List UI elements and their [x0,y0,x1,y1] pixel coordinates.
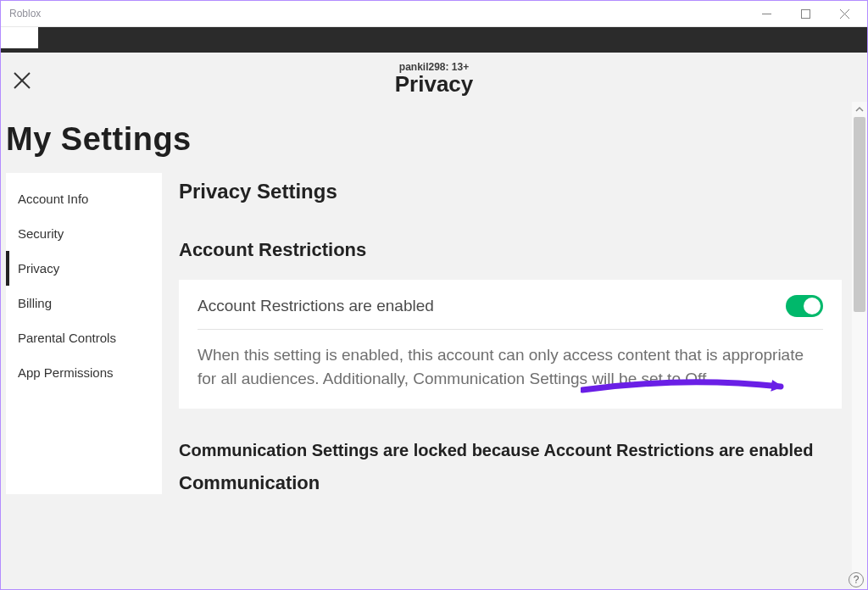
section-title: Privacy Settings [179,173,842,203]
restrictions-toggle-row: Account Restrictions are enabled [198,295,823,330]
sidebar-item-parental-controls[interactable]: Parental Controls [6,320,162,355]
sidebar-item-account-info[interactable]: Account Info [6,181,162,216]
sidebar-item-privacy[interactable]: Privacy [6,251,162,286]
window-close-button[interactable] [825,1,864,27]
scrollbar-thumb[interactable] [854,117,865,312]
svg-rect-1 [801,9,810,18]
sidebar-item-label: Parental Controls [18,331,116,345]
sidebar-item-label: Privacy [18,261,59,276]
restrictions-description: When this setting is enabled, this accou… [198,330,823,390]
sidebar-item-app-permissions[interactable]: App Permissions [6,355,162,390]
page: pankil298: 13+ Privacy My Settings Accou… [1,53,867,589]
sidebar-item-label: Billing [18,296,52,310]
modal-header: pankil298: 13+ Privacy [1,53,867,99]
window-buttons [747,1,864,27]
sidebar-item-billing[interactable]: Billing [6,286,162,320]
subsection-title: Account Restrictions [179,203,842,261]
app-topbar [1,27,867,53]
window-titlebar: Roblox [1,1,867,27]
sidebar-item-label: Account Info [18,192,88,206]
locked-notice: Communication Settings are locked becaus… [179,409,842,460]
account-restrictions-toggle[interactable] [786,295,823,317]
settings-layout: Account Info Security Privacy Billing Pa… [1,173,867,494]
vertical-scrollbar[interactable] [852,102,867,589]
sidebar-item-label: App Permissions [18,365,114,380]
help-glyph: ? [854,574,860,586]
page-title: My Settings [1,99,867,173]
topbar-notch [1,27,38,48]
modal-title: Privacy [1,71,867,97]
sidebar-item-security[interactable]: Security [6,216,162,251]
window-title: Roblox [9,8,747,19]
help-icon[interactable]: ? [849,572,864,587]
scrollbar-up-icon[interactable] [852,102,867,117]
window-minimize-button[interactable] [747,1,786,27]
toggle-label: Account Restrictions are enabled [198,297,434,315]
close-icon[interactable] [13,71,31,93]
communication-heading: Communication [179,460,842,494]
restrictions-card: Account Restrictions are enabled When th… [179,280,842,409]
settings-content: Privacy Settings Account Restrictions Ac… [179,173,862,494]
toggle-knob [804,298,821,314]
sidebar-item-label: Security [18,226,64,241]
window-maximize-button[interactable] [786,1,825,27]
settings-sidebar: Account Info Security Privacy Billing Pa… [6,173,162,494]
